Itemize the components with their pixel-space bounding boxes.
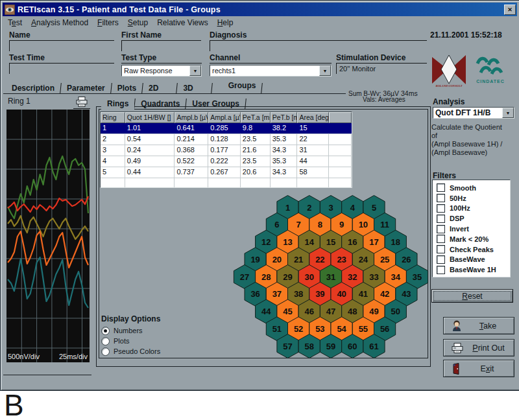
radio-option[interactable]: Pseudo Colors xyxy=(101,346,205,356)
filter-row[interactable]: Invert xyxy=(437,224,510,234)
analysis-select[interactable]: Quot DFT 1H/B ▼ xyxy=(433,107,514,119)
field-name: Name xyxy=(9,30,114,51)
tab-plots[interactable]: Plots xyxy=(112,84,142,94)
tab-2d[interactable]: 2D xyxy=(143,84,176,94)
table-row[interactable]: 30.240.3680.17721.634.331 xyxy=(101,145,352,156)
filter-row[interactable]: 100Hz xyxy=(437,204,510,214)
filter-label: Check Peaks xyxy=(450,246,494,253)
table-row[interactable]: 20.540.2140.12823.535.322 xyxy=(101,134,352,145)
checkbox[interactable] xyxy=(437,215,445,223)
close-button[interactable]: ✕ xyxy=(504,5,516,15)
chevron-down-icon[interactable]: ▼ xyxy=(319,65,331,76)
column-header[interactable]: Ring xyxy=(101,112,125,123)
menu-bar: TestAnalysis MethodFiltersSetupRelative … xyxy=(3,16,517,29)
test-time-input[interactable] xyxy=(9,64,114,74)
column-header[interactable]: PeT.b [ms] xyxy=(271,112,298,123)
checkbox[interactable] xyxy=(437,194,445,202)
table-cell: 34.3 xyxy=(271,167,298,178)
group-tab-user-groups[interactable]: User Groups xyxy=(186,99,245,110)
column-header[interactable]: PeT.a [ms] xyxy=(241,112,271,123)
menu-item-filters[interactable]: Filters xyxy=(97,18,119,27)
radio-option[interactable]: Plots xyxy=(101,336,205,346)
hex-number: 19 xyxy=(250,255,260,264)
chevron-down-icon[interactable]: ▼ xyxy=(502,108,514,118)
filter-row[interactable]: Smooth xyxy=(437,183,510,193)
checkbox[interactable] xyxy=(437,204,445,213)
checkbox[interactable] xyxy=(437,225,445,233)
radio-button[interactable] xyxy=(101,337,110,345)
print-plot-button[interactable] xyxy=(73,95,90,109)
menu-item-test[interactable]: Test xyxy=(8,18,22,27)
tab-groups[interactable]: Groups xyxy=(223,81,262,91)
column-header[interactable]: Quot 1H/BW [] xyxy=(125,112,175,123)
table-cell: 3 xyxy=(101,145,125,156)
checkbox[interactable] xyxy=(437,183,445,192)
menu-item-help[interactable]: Help xyxy=(217,18,234,27)
checkbox[interactable] xyxy=(437,245,445,253)
filter-row[interactable]: Mark < 20% xyxy=(437,234,510,244)
hex-number: 35 xyxy=(413,272,422,282)
print-out-button[interactable]: Print Out xyxy=(443,339,514,356)
radio-button[interactable] xyxy=(101,327,110,335)
name-input[interactable] xyxy=(9,41,114,51)
filter-row[interactable]: DSP xyxy=(437,213,510,224)
filter-label: BaseWave xyxy=(450,255,485,263)
exit-button[interactable]: Exit xyxy=(443,360,514,377)
table-cell xyxy=(329,123,352,134)
filter-label: DSP xyxy=(450,215,465,222)
group-tabs: RingsQuadrantsUser Groups xyxy=(101,97,246,110)
hex-number: 22 xyxy=(315,255,324,264)
filter-label: Mark < 20% xyxy=(450,235,489,243)
take-label: Take xyxy=(462,321,514,331)
test-type-select[interactable]: Raw Response ▼ xyxy=(121,65,202,76)
channel-select[interactable]: rechts1 ▼ xyxy=(210,65,332,76)
column-header[interactable] xyxy=(329,112,352,123)
diagnosis-input[interactable] xyxy=(210,41,427,51)
checkbox[interactable] xyxy=(437,266,445,274)
hex-number: 13 xyxy=(283,237,292,247)
column-header[interactable]: Area [deg²] xyxy=(297,112,329,123)
checkbox[interactable] xyxy=(437,255,445,264)
take-button[interactable]: Take xyxy=(443,317,514,334)
group-tab-rings[interactable]: Rings xyxy=(101,99,134,110)
filter-row[interactable]: BaseWave 1H xyxy=(437,264,510,275)
menu-item-relative-views[interactable]: Relative Views xyxy=(157,18,208,27)
filter-row[interactable]: Check Peaks xyxy=(437,244,510,255)
filter-row[interactable]: 50Hz xyxy=(437,193,510,204)
column-header[interactable]: Ampl.b [µV] xyxy=(175,112,208,123)
tab-parameter[interactable]: Parameter xyxy=(61,84,111,94)
title-bar[interactable]: RETIscan 3.15 - Patient and Test Data Fi… xyxy=(3,3,517,16)
hex-number: 48 xyxy=(348,307,357,316)
rings-table[interactable]: RingQuot 1H/BW []Ampl.b [µV]Ampl.a [µV]P… xyxy=(100,111,352,188)
filter-label: 50Hz xyxy=(450,194,466,202)
tab-3d[interactable]: 3D xyxy=(177,84,211,94)
group-tab-quadrants[interactable]: Quadrants xyxy=(135,99,186,110)
first-name-input[interactable] xyxy=(121,41,201,51)
table-cell: 38.2 xyxy=(271,123,298,134)
plot-underline xyxy=(3,375,91,375)
hex-number: 54 xyxy=(337,324,346,334)
table-row[interactable]: 40.490.5220.22223.535.344 xyxy=(101,156,352,167)
chevron-down-icon[interactable]: ▼ xyxy=(189,65,201,76)
table-row[interactable]: 50.440.7370.26720.634.358 xyxy=(101,167,352,178)
column-header[interactable]: Ampl.a [µV] xyxy=(208,112,241,123)
hex-number: 46 xyxy=(305,307,314,316)
table-row[interactable]: 11.010.6410.2859.838.215 xyxy=(101,123,352,134)
radio-option[interactable]: Numbers xyxy=(101,325,205,336)
radio-button[interactable] xyxy=(101,347,110,356)
table-cell: 0.368 xyxy=(175,145,208,156)
checkbox[interactable] xyxy=(437,235,445,243)
menu-item-setup[interactable]: Setup xyxy=(128,18,148,27)
table-cell: 4 xyxy=(101,156,125,167)
hex-number: 15 xyxy=(326,237,335,247)
test-type-value: Raw Response xyxy=(122,65,189,76)
y-scale-label: 500nV/div xyxy=(8,353,40,360)
hex-number: 5 xyxy=(372,203,376,213)
menu-item-analysis-method[interactable]: Analysis Method xyxy=(31,18,88,27)
datetime-text: 21.11.2001 15:52:18 xyxy=(430,30,517,40)
filter-row[interactable]: BaseWave xyxy=(437,255,510,265)
reset-button[interactable]: Reset xyxy=(431,289,513,303)
table-cell: 31 xyxy=(297,145,329,156)
field-test-type: Test Type Raw Response ▼ xyxy=(121,53,202,76)
tab-description[interactable]: Description xyxy=(6,84,60,94)
